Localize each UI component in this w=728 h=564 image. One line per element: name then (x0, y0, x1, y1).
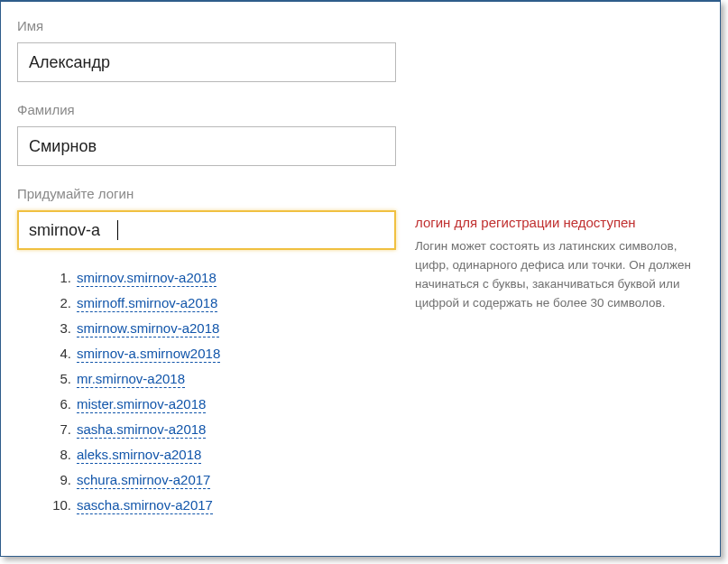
suggestion-number: 8. (50, 447, 71, 462)
registration-form-panel: Имя Фамилия Придумайте логин 1.smirnov.s… (0, 0, 721, 557)
suggestion-link[interactable]: smirnoff.smirnov-a2018 (77, 295, 217, 312)
suggestion-item: 9.schura.smirnov-a2017 (50, 472, 405, 489)
suggestion-link[interactable]: mister.smirnov-a2018 (77, 396, 206, 413)
suggestion-number: 10. (50, 497, 71, 513)
suggestion-link[interactable]: smirnov-a.smirnow2018 (77, 346, 220, 363)
suggestion-item: 5.mr.smirnov-a2018 (50, 371, 405, 388)
last-name-label: Фамилия (17, 102, 405, 117)
suggestion-item: 3.smirnow.smirnov-a2018 (50, 320, 405, 337)
login-input[interactable] (17, 210, 396, 250)
login-group: Придумайте логин (17, 186, 405, 250)
suggestion-link[interactable]: smirnov.smirnov-a2018 (77, 270, 217, 287)
suggestion-link[interactable]: smirnow.smirnov-a2018 (77, 320, 219, 337)
suggestion-number: 6. (50, 396, 71, 411)
suggestion-link[interactable]: sascha.smirnov-a2017 (77, 497, 213, 514)
suggestion-link[interactable]: schura.smirnov-a2017 (77, 472, 210, 489)
suggestion-number: 2. (50, 295, 71, 310)
login-label: Придумайте логин (17, 186, 405, 201)
suggestion-number: 1. (50, 270, 71, 285)
suggestion-number: 4. (50, 346, 71, 361)
first-name-input[interactable] (17, 42, 396, 82)
last-name-group: Фамилия (17, 102, 405, 166)
suggestion-link[interactable]: aleks.smirnov-a2018 (77, 447, 201, 464)
first-name-group: Имя (17, 18, 405, 82)
suggestion-number: 7. (50, 421, 71, 437)
text-cursor (117, 220, 118, 240)
login-suggestions-list: 1.smirnov.smirnov-a20182.smirnoff.smirno… (17, 270, 405, 514)
validation-column: логин для регистрации недоступен Логин м… (415, 18, 704, 313)
suggestion-item: 2.smirnoff.smirnov-a2018 (50, 295, 405, 312)
form-column: Имя Фамилия Придумайте логин 1.smirnov.s… (17, 18, 405, 522)
suggestion-number: 3. (50, 320, 71, 336)
last-name-input[interactable] (17, 126, 396, 166)
suggestion-item: 4.smirnov-a.smirnow2018 (50, 346, 405, 363)
suggestion-link[interactable]: sasha.smirnov-a2018 (77, 421, 206, 439)
suggestion-number: 9. (50, 472, 71, 487)
suggestion-number: 5. (50, 371, 71, 386)
suggestion-item: 7.sasha.smirnov-a2018 (50, 421, 405, 439)
suggestion-link[interactable]: mr.smirnov-a2018 (77, 371, 185, 388)
suggestion-item: 1.smirnov.smirnov-a2018 (50, 270, 405, 287)
error-title: логин для регистрации недоступен (415, 215, 700, 230)
login-input-wrapper (17, 210, 396, 250)
error-description: Логин может состоять из латинских символ… (415, 237, 700, 313)
suggestion-item: 6.mister.smirnov-a2018 (50, 396, 405, 413)
first-name-label: Имя (17, 18, 405, 33)
suggestion-item: 10.sascha.smirnov-a2017 (50, 497, 405, 514)
suggestion-item: 8.aleks.smirnov-a2018 (50, 447, 405, 464)
